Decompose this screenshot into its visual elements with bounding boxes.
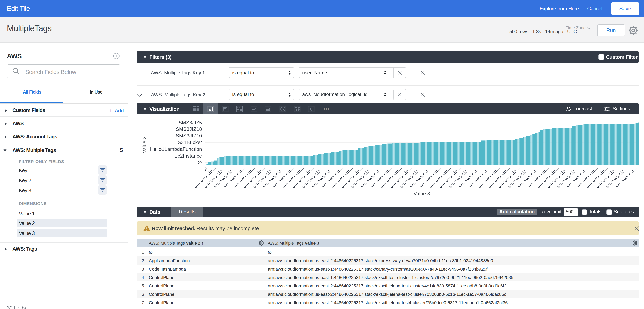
svg-text:Hello1LambdaFunction: Hello1LambdaFunction	[150, 146, 202, 152]
svg-text:6: 6	[310, 106, 312, 112]
svg-text:S31Bucket: S31Bucket	[177, 140, 202, 145]
svg-text:Value 2: Value 2	[142, 137, 147, 153]
svg-text:SMS3JIZ10: SMS3JIZ10	[176, 133, 202, 138]
svg-text:Value 3: Value 3	[414, 191, 430, 196]
svg-text:∅: ∅	[197, 160, 202, 165]
svg-text:SMS3JIZ5: SMS3JIZ5	[178, 120, 202, 126]
svg-text:Ec2Instance: Ec2Instance	[174, 153, 202, 158]
svg-text:SMS3JIZ18: SMS3JIZ18	[176, 126, 202, 132]
